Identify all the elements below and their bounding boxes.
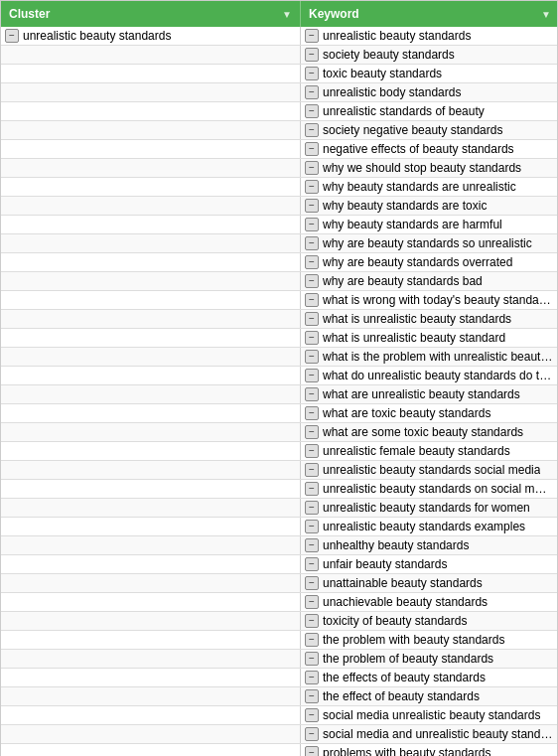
keyword-minus-button[interactable]: − bbox=[305, 331, 319, 345]
keyword-cell: −what is wrong with today's beauty stand… bbox=[301, 291, 557, 309]
cluster-cell bbox=[1, 178, 301, 196]
keyword-minus-button[interactable]: − bbox=[305, 369, 319, 382]
keyword-text: what is unrealistic beauty standards bbox=[323, 312, 511, 326]
table-row: −the problem of beauty standards bbox=[1, 650, 557, 669]
keyword-minus-button[interactable]: − bbox=[305, 161, 319, 175]
keyword-minus-button[interactable]: − bbox=[305, 671, 319, 684]
cluster-cell bbox=[1, 518, 301, 535]
keyword-minus-button[interactable]: − bbox=[305, 425, 319, 439]
keyword-cell: −why beauty standards are unrealistic bbox=[301, 178, 557, 196]
keyword-minus-button[interactable]: − bbox=[305, 689, 319, 703]
cluster-cell bbox=[1, 197, 301, 215]
cluster-cell bbox=[1, 442, 301, 460]
table-row: −unachievable beauty standards bbox=[1, 593, 557, 612]
keyword-minus-button[interactable]: − bbox=[305, 406, 319, 420]
keyword-minus-button[interactable]: − bbox=[305, 576, 319, 590]
table-row: −unrealistic beauty standards examples bbox=[1, 518, 557, 536]
keyword-minus-button[interactable]: − bbox=[305, 501, 319, 515]
keyword-cell: −toxic beauty standards bbox=[301, 65, 557, 82]
keyword-filter-icon[interactable]: ▼ bbox=[541, 9, 551, 20]
keyword-minus-button[interactable]: − bbox=[305, 85, 319, 99]
table-row: −the problem with beauty standards bbox=[1, 631, 557, 650]
keyword-minus-button[interactable]: − bbox=[305, 350, 319, 364]
keyword-column-header[interactable]: Keyword ▼ bbox=[301, 1, 558, 27]
keyword-minus-button[interactable]: − bbox=[305, 199, 319, 213]
cluster-cell bbox=[1, 480, 301, 498]
table-row: −the effect of beauty standards bbox=[1, 687, 557, 706]
cluster-cell bbox=[1, 253, 301, 271]
keyword-cell: −why we should stop beauty standards bbox=[301, 159, 557, 177]
keyword-minus-button[interactable]: − bbox=[305, 520, 319, 533]
keyword-minus-button[interactable]: − bbox=[305, 633, 319, 647]
keyword-cell: −the problem with beauty standards bbox=[301, 631, 557, 649]
keyword-minus-button[interactable]: − bbox=[305, 218, 319, 231]
keyword-minus-button[interactable]: − bbox=[305, 236, 319, 250]
keyword-minus-button[interactable]: − bbox=[305, 142, 319, 156]
keyword-minus-button[interactable]: − bbox=[305, 67, 319, 80]
main-table: Cluster ▼ Keyword ▼ −unrealistic beauty … bbox=[0, 0, 558, 756]
cluster-cell bbox=[1, 612, 301, 630]
cluster-cell bbox=[1, 329, 301, 347]
table-row: −unattainable beauty standards bbox=[1, 574, 557, 593]
keyword-minus-button[interactable]: − bbox=[305, 727, 319, 741]
keyword-minus-button[interactable]: − bbox=[305, 614, 319, 628]
keyword-text: what is wrong with today's beauty standa… bbox=[323, 293, 553, 307]
keyword-cell: −why are beauty standards bad bbox=[301, 272, 557, 290]
table-row: −unrealistic beauty standards for women bbox=[1, 499, 557, 518]
keyword-cell: −unrealistic female beauty standards bbox=[301, 442, 557, 460]
cluster-cell bbox=[1, 555, 301, 573]
keyword-minus-button[interactable]: − bbox=[305, 312, 319, 326]
table-row: −unrealistic beauty standards on social … bbox=[1, 480, 557, 499]
keyword-text: unrealistic standards of beauty bbox=[323, 104, 485, 118]
keyword-minus-button[interactable]: − bbox=[305, 387, 319, 401]
keyword-minus-button[interactable]: − bbox=[305, 180, 319, 194]
table-row: −why we should stop beauty standards bbox=[1, 159, 557, 178]
table-row: −unrealistic beauty standards−unrealisti… bbox=[1, 27, 557, 46]
cluster-cell bbox=[1, 650, 301, 668]
keyword-minus-button[interactable]: − bbox=[305, 255, 319, 269]
keyword-cell: −unfair beauty standards bbox=[301, 555, 557, 573]
cluster-cell bbox=[1, 234, 301, 252]
keyword-cell: −unrealistic beauty standards for women bbox=[301, 499, 557, 517]
keyword-text: negative effects of beauty standards bbox=[323, 142, 514, 156]
keyword-text: the effect of beauty standards bbox=[323, 689, 480, 703]
keyword-minus-button[interactable]: − bbox=[305, 274, 319, 288]
keyword-minus-button[interactable]: − bbox=[305, 746, 319, 756]
keyword-minus-button[interactable]: − bbox=[305, 482, 319, 496]
keyword-minus-button[interactable]: − bbox=[305, 29, 319, 43]
keyword-minus-button[interactable]: − bbox=[305, 104, 319, 118]
keyword-cell: −unrealistic standards of beauty bbox=[301, 102, 557, 120]
keyword-minus-button[interactable]: − bbox=[305, 463, 319, 477]
cluster-cell bbox=[1, 423, 301, 441]
cluster-column-header[interactable]: Cluster ▼ bbox=[1, 1, 301, 27]
table-row: −unrealistic female beauty standards bbox=[1, 442, 557, 461]
cluster-cell bbox=[1, 404, 301, 422]
keyword-minus-button[interactable]: − bbox=[305, 708, 319, 722]
keyword-cell: −the effect of beauty standards bbox=[301, 687, 557, 705]
keyword-minus-button[interactable]: − bbox=[305, 444, 319, 458]
table-row: −why beauty standards are unrealistic bbox=[1, 178, 557, 197]
keyword-cell: −unrealistic body standards bbox=[301, 83, 557, 101]
keyword-minus-button[interactable]: − bbox=[305, 123, 319, 137]
keyword-minus-button[interactable]: − bbox=[305, 595, 319, 609]
keyword-minus-button[interactable]: − bbox=[305, 293, 319, 307]
cluster-cell bbox=[1, 348, 301, 366]
keyword-minus-button[interactable]: − bbox=[305, 652, 319, 666]
cluster-cell bbox=[1, 725, 301, 743]
cluster-cell bbox=[1, 574, 301, 592]
keyword-minus-button[interactable]: − bbox=[305, 557, 319, 571]
cluster-filter-icon[interactable]: ▼ bbox=[282, 9, 292, 20]
table-row: −why are beauty standards so unrealistic bbox=[1, 234, 557, 253]
keyword-minus-button[interactable]: − bbox=[305, 48, 319, 62]
cluster-cell bbox=[1, 140, 301, 158]
keyword-text: unrealistic body standards bbox=[323, 85, 461, 99]
collapse-button[interactable]: − bbox=[5, 29, 19, 43]
table-row: −society negative beauty standards bbox=[1, 121, 557, 140]
keyword-text: what is unrealistic beauty standard bbox=[323, 331, 505, 345]
keyword-minus-button[interactable]: − bbox=[305, 538, 319, 552]
cluster-cell bbox=[1, 216, 301, 233]
keyword-cell: −society beauty standards bbox=[301, 46, 557, 64]
keyword-text: what are some toxic beauty standards bbox=[323, 425, 523, 439]
cluster-cell bbox=[1, 461, 301, 479]
keyword-text: unfair beauty standards bbox=[323, 557, 447, 571]
